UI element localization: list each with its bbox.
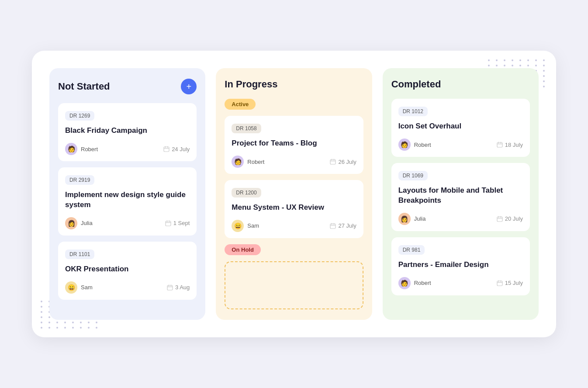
column-header: In Progress bbox=[225, 79, 363, 90]
date-text: 26 July bbox=[338, 159, 356, 165]
card-date: 27 July bbox=[330, 222, 356, 229]
card-footer: 🧑 Robert 15 July bbox=[398, 277, 523, 289]
svg-rect-28 bbox=[497, 281, 502, 286]
card-id: DR 2919 bbox=[65, 175, 94, 185]
task-card: DR 1200 Menu System - UX Review 😄 Sam 27… bbox=[225, 180, 363, 238]
card-footer: 🧑 Robert 24 July bbox=[65, 143, 190, 155]
date-text: 3 Aug bbox=[175, 284, 190, 291]
card-title: Layouts for Mobile and Tablet Breakpoint… bbox=[398, 186, 523, 206]
card-user: 😄 Sam bbox=[232, 220, 259, 232]
user-name: Sam bbox=[81, 284, 93, 291]
avatar: 😄 bbox=[232, 220, 244, 232]
card-title: Black Friday Campaign bbox=[65, 126, 190, 136]
card-id: DR 1101 bbox=[65, 249, 94, 259]
card-footer: 👩 Julia 1 Sept bbox=[65, 217, 190, 229]
date-text: 20 July bbox=[505, 215, 523, 222]
card-footer: 😄 Sam 3 Aug bbox=[65, 281, 190, 294]
card-user: 👩 Julia bbox=[398, 213, 426, 225]
task-card: DR 1069 Layouts for Mobile and Tablet Br… bbox=[391, 163, 530, 231]
card-id: DR 1069 bbox=[398, 171, 428, 180]
user-name: Sam bbox=[247, 222, 259, 229]
user-name: Robert bbox=[81, 146, 98, 152]
avatar: 🧑 bbox=[232, 156, 244, 168]
board-wrapper: for(let i=0;i<48;i++) document.currentSc… bbox=[32, 51, 556, 337]
card-title: Menu System - UX Review bbox=[232, 203, 356, 213]
card-footer: 😄 Sam 27 July bbox=[232, 220, 356, 232]
card-footer: 🧑 Robert 26 July bbox=[232, 156, 356, 168]
svg-rect-8 bbox=[167, 285, 173, 290]
add-task-button[interactable]: + bbox=[181, 79, 197, 94]
card-date: 3 Aug bbox=[167, 284, 190, 291]
task-card: DR 1269 Black Friday Campaign 🧑 Robert 2… bbox=[58, 103, 197, 161]
card-id: DR 1012 bbox=[398, 107, 428, 116]
card-user: 🧑 Robert bbox=[232, 156, 264, 168]
date-text: 1 Sept bbox=[173, 220, 190, 226]
column-title: Completed bbox=[391, 79, 441, 90]
section-label: Active bbox=[225, 99, 256, 110]
card-footer: 👩 Julia 20 July bbox=[398, 213, 523, 225]
card-date: 18 July bbox=[497, 142, 523, 148]
section-label: On Hold bbox=[225, 244, 261, 255]
task-card: DR 981 Partners - Emailer Design 🧑 Rober… bbox=[391, 237, 530, 295]
card-date: 1 Sept bbox=[165, 220, 190, 226]
card-user: 😄 Sam bbox=[65, 281, 93, 294]
date-text: 27 July bbox=[338, 222, 356, 229]
card-date: 15 July bbox=[497, 280, 523, 286]
task-card: DR 1101 OKR Presentation 😄 Sam 3 Aug bbox=[58, 242, 197, 300]
task-card: DR 2919 Implement new design style guide… bbox=[58, 167, 197, 236]
avatar: 🧑 bbox=[398, 277, 411, 289]
column-not-started: Not Started + DR 1269 Black Friday Campa… bbox=[49, 68, 205, 320]
drop-zone[interactable] bbox=[225, 261, 363, 309]
card-id: DR 1200 bbox=[232, 188, 261, 197]
kanban-board: Not Started + DR 1269 Black Friday Campa… bbox=[49, 68, 539, 320]
card-id: DR 1058 bbox=[232, 124, 261, 133]
date-text: 18 July bbox=[505, 142, 523, 148]
card-title: Partners - Emailer Design bbox=[398, 260, 523, 270]
card-user: 🧑 Robert bbox=[398, 277, 431, 289]
card-footer: 🧑 Robert 18 July bbox=[398, 139, 523, 151]
card-id: DR 981 bbox=[398, 245, 425, 255]
avatar: 👩 bbox=[398, 213, 411, 225]
user-name: Julia bbox=[414, 215, 426, 222]
card-title: Project for Teams - Blog bbox=[232, 139, 356, 149]
task-card: DR 1058 Project for Teams - Blog 🧑 Rober… bbox=[225, 116, 363, 174]
column-header: Not Started + bbox=[58, 79, 197, 94]
svg-rect-4 bbox=[166, 221, 171, 226]
card-user: 🧑 Robert bbox=[398, 139, 431, 151]
avatar: 😄 bbox=[65, 281, 77, 294]
user-name: Robert bbox=[414, 280, 431, 286]
card-user: 🧑 Robert bbox=[65, 143, 98, 155]
user-name: Robert bbox=[247, 159, 264, 165]
avatar: 🧑 bbox=[65, 143, 77, 155]
card-title: OKR Presentation bbox=[65, 264, 190, 274]
avatar: 🧑 bbox=[398, 139, 411, 151]
date-text: 15 July bbox=[505, 280, 523, 286]
card-title: Icon Set Overhaul bbox=[398, 121, 523, 132]
svg-rect-0 bbox=[164, 147, 169, 152]
svg-rect-16 bbox=[330, 224, 336, 229]
card-date: 26 July bbox=[330, 159, 356, 165]
svg-rect-24 bbox=[497, 217, 502, 222]
column-title: Not Started bbox=[58, 81, 110, 92]
column-in-progress: In Progress Active DR 1058 Project for T… bbox=[216, 68, 372, 320]
card-title: Implement new design style guide system bbox=[65, 190, 190, 210]
card-user: 👩 Julia bbox=[65, 217, 93, 229]
column-title: In Progress bbox=[225, 79, 277, 90]
card-date: 20 July bbox=[497, 215, 523, 222]
user-name: Julia bbox=[81, 220, 93, 226]
column-header: Completed bbox=[391, 79, 530, 90]
column-completed: Completed DR 1012 Icon Set Overhaul 🧑 Ro… bbox=[383, 68, 539, 320]
card-date: 24 July bbox=[163, 146, 190, 152]
user-name: Robert bbox=[414, 142, 431, 148]
date-text: 24 July bbox=[172, 146, 190, 152]
svg-rect-20 bbox=[497, 142, 502, 147]
svg-rect-12 bbox=[330, 159, 336, 164]
task-card: DR 1012 Icon Set Overhaul 🧑 Robert 18 Ju… bbox=[391, 99, 530, 157]
avatar: 👩 bbox=[65, 217, 77, 229]
card-id: DR 1269 bbox=[65, 111, 94, 121]
